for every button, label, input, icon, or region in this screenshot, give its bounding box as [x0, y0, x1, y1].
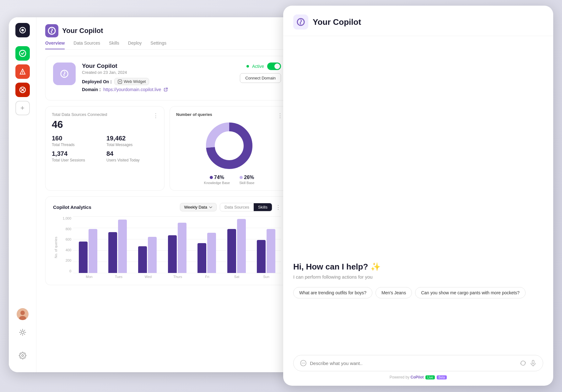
connect-domain-button[interactable]: Connect Domain	[240, 73, 281, 83]
bar-groups	[73, 216, 281, 273]
suggestion-chips: What are trending outfits for boys? Men'…	[293, 287, 543, 298]
header-logo	[45, 24, 58, 37]
bar-sun-light	[267, 229, 275, 273]
header: Your Copilot	[45, 24, 289, 37]
status-area: Active	[246, 63, 281, 70]
bar-sat-dark	[227, 229, 236, 273]
sidebar-logo[interactable]	[15, 23, 30, 37]
dashboard-card: +	[9, 17, 298, 372]
bar-group-fri	[192, 233, 222, 273]
stats-more-icon[interactable]: ⋮	[153, 112, 159, 119]
bar-mon-dark	[79, 242, 88, 273]
sidebar: +	[9, 17, 36, 372]
copilot-info-card: Your Copilot Created on 23 Jan, 2024 Dep…	[45, 56, 289, 101]
messages-label: Total Messages	[106, 143, 158, 147]
chat-subtitle: I can perform following actions for you	[293, 274, 543, 280]
bar-sun-dark	[257, 240, 266, 273]
active-toggle[interactable]	[267, 63, 281, 70]
x-label-sun: Sun	[251, 275, 281, 279]
copilot-header: Your Copilot	[283, 6, 553, 36]
x-label-sat: Sat	[222, 275, 251, 279]
copilot-icon-box	[53, 63, 76, 85]
sessions-stat: 1,374 Total User Sessions	[52, 150, 103, 162]
skill-dot	[240, 176, 243, 179]
threads-stat: 160 Total Threads	[52, 135, 103, 147]
bar-mon-light	[89, 229, 97, 273]
toggle-skills[interactable]: Skills	[254, 203, 272, 211]
svg-line-20	[24, 330, 24, 331]
analytics-title: Copilot Analytics	[53, 204, 177, 210]
sidebar-item-add[interactable]: +	[15, 101, 30, 115]
skill-legend: 26% Skill Base	[239, 175, 254, 185]
microphone-icon[interactable]	[530, 360, 537, 367]
sidebar-item-green[interactable]	[15, 46, 30, 61]
tab-settings[interactable]: Settings	[150, 41, 166, 49]
sidebar-item-reddark[interactable]	[15, 83, 30, 97]
total-sources-label: Total Data Sources Connected	[52, 112, 158, 117]
nav-tabs: Overview Data Sources Skills Deploy Sett…	[45, 41, 289, 50]
svg-point-32	[303, 363, 304, 363]
deployed-on-row: Deployed On : Web Widget	[82, 78, 234, 85]
svg-point-31	[302, 363, 302, 363]
bar-group-tues	[103, 220, 133, 273]
analytics-more-icon[interactable]: ⋮	[275, 204, 281, 211]
copilot-panel-title: Your Copilot	[313, 17, 361, 27]
total-sources-value: 46	[52, 119, 158, 130]
tab-deploy[interactable]: Deploy	[128, 41, 142, 49]
footer-text: Powered by	[390, 375, 409, 379]
toggle-datasources[interactable]: Data Sources	[220, 203, 254, 211]
svg-line-19	[20, 334, 21, 335]
sessions-value: 1,374	[52, 150, 103, 157]
sidebar-bottom	[15, 308, 30, 367]
y-label-600: 600	[61, 237, 71, 241]
y-label-200: 200	[61, 259, 71, 262]
bar-group-sun	[251, 229, 281, 273]
kb-legend: 74% Knowledge Base	[204, 175, 230, 185]
chip-0[interactable]: What are trending outfits for boys?	[293, 287, 372, 298]
user-avatar[interactable]	[17, 308, 29, 320]
queries-card: Number of queries ⋮	[170, 106, 289, 191]
stats-card: Total Data Sources Connected 46 ⋮ 160 To…	[45, 106, 165, 191]
svg-line-17	[20, 330, 21, 331]
svg-point-28	[216, 133, 242, 159]
analytics-toggle-group: Data Sources Skills	[220, 203, 272, 211]
donut-wrapper: 74% Knowledge Base 26% Skill Base	[176, 121, 282, 185]
svg-point-33	[304, 363, 305, 363]
chat-input[interactable]	[310, 361, 516, 366]
chip-2[interactable]: Can you show me cargo pants with more po…	[415, 287, 526, 298]
messages-value: 19,462	[106, 135, 158, 142]
tab-overview[interactable]: Overview	[45, 41, 65, 49]
x-label-tues: Tues	[104, 275, 133, 279]
visited-value: 84	[106, 150, 158, 157]
x-label-thurs: Thurs	[163, 275, 192, 279]
domain-row: Domain : https://yourdomain.copilot.live	[82, 87, 234, 92]
kb-dot	[210, 176, 213, 179]
x-label-wed: Wed	[133, 275, 163, 279]
bar-wed-dark	[138, 246, 147, 273]
gear-icon[interactable]	[15, 348, 30, 363]
footer-badge: Live	[425, 375, 435, 379]
threads-label: Total Threads	[52, 143, 103, 147]
weekly-selector[interactable]: Weekly Data	[180, 203, 216, 211]
status-text: Active	[252, 64, 264, 69]
chart-inner: 1,000 800 600 400 200 0	[61, 216, 281, 273]
y-label-0: 0	[61, 269, 71, 273]
domain-url[interactable]: https://yourdomain.copilot.live	[103, 87, 161, 92]
svg-point-2	[21, 29, 24, 31]
widget-label: Web Widget	[124, 79, 146, 84]
queries-more-icon[interactable]: ⋮	[277, 112, 283, 119]
tab-skills[interactable]: Skills	[109, 41, 119, 49]
chevron-down-icon	[209, 205, 213, 209]
svg-point-12	[21, 331, 24, 334]
svg-rect-34	[532, 360, 534, 364]
skill-label: Skill Base	[239, 181, 254, 185]
refresh-icon[interactable]	[520, 360, 527, 367]
settings-sun-icon[interactable]	[15, 325, 30, 340]
tab-datasources[interactable]: Data Sources	[73, 41, 100, 49]
sidebar-item-redorange[interactable]	[15, 64, 30, 79]
chip-1[interactable]: Men's Jeans	[376, 287, 412, 298]
y-label-1000: 1,000	[61, 216, 71, 220]
svg-point-5	[22, 74, 23, 74]
y-labels: 1,000 800 600 400 200 0	[61, 216, 73, 273]
main-content: Your Copilot Overview Data Sources Skill…	[36, 17, 298, 372]
